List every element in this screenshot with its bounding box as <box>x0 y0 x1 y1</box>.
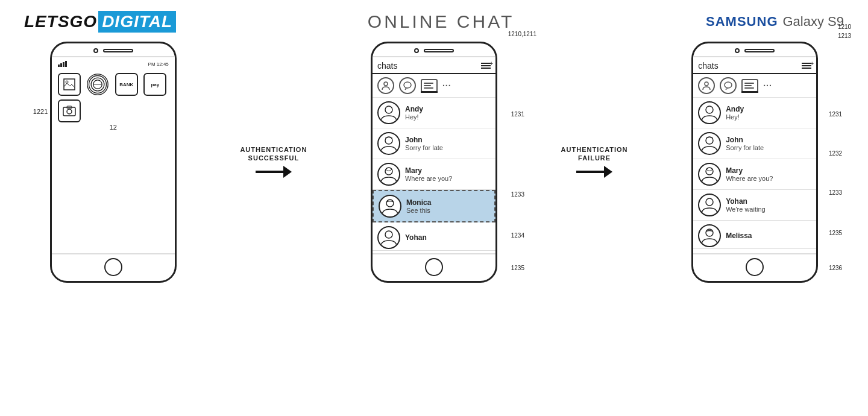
avatar3-yohan-svg <box>699 195 720 215</box>
chat-item-andy[interactable]: Andy Hey! <box>373 98 495 128</box>
svg-point-22 <box>706 198 713 206</box>
chat-header-2: chats + <box>373 57 495 74</box>
tab-list[interactable] <box>421 79 438 93</box>
chat3-preview-andy: Hey! <box>726 113 811 121</box>
active-indicator-3 <box>741 91 758 93</box>
phone2: chats + <box>371 42 497 283</box>
chat3-name-mary: Mary <box>726 166 811 175</box>
svg-point-13 <box>385 137 392 144</box>
chat-preview-john: Sorry for late <box>405 144 491 151</box>
chat-preview-andy: Hey! <box>405 113 491 121</box>
phone2-bottom <box>373 254 495 281</box>
svg-point-12 <box>385 106 392 113</box>
signal-bar-1 <box>58 65 60 67</box>
tab-list-icon <box>421 79 438 92</box>
menu-plus: + <box>489 60 493 67</box>
phone1-area: 1221 PM 12: <box>50 42 177 283</box>
pay-label: pay <box>151 82 159 87</box>
label-phone2-1234: 1234 <box>511 232 524 239</box>
chat3-info-melissa: Melissa <box>726 232 811 240</box>
chat3-bubble-svg <box>723 81 733 90</box>
phone1-screen: PM 12:45 <box>52 56 175 254</box>
chat3-item-john[interactable]: John Sorry for late <box>693 128 816 159</box>
chat3-preview-john: Sorry for late <box>726 144 811 151</box>
arrow1-section: AUTHENTICATIONSUCCESSFUL <box>240 145 307 180</box>
tab3-chat-bubble[interactable] <box>720 77 737 94</box>
avatar-andy-svg <box>379 102 399 123</box>
phone1-top <box>52 43 175 56</box>
bank-app-icon: BANK <box>115 73 138 96</box>
phone2-screen: chats + <box>373 56 495 254</box>
person-svg <box>381 81 391 90</box>
chat-list-3: Andy Hey! <box>693 98 816 253</box>
tab3-list[interactable] <box>741 79 758 93</box>
phone2-camera <box>414 48 419 53</box>
image-svg <box>63 78 75 90</box>
phone3: chats + <box>691 42 818 283</box>
avatar3-melissa-svg <box>699 225 720 246</box>
label-phone3-1236: 1236 <box>829 265 842 271</box>
chat-item-mary[interactable]: Mary Where are you? <box>373 159 495 190</box>
label-phone2-1231: 1231 <box>511 111 524 118</box>
phone3-speaker <box>744 49 775 52</box>
signal-bar-2 <box>60 63 62 67</box>
home-button-3[interactable] <box>746 258 764 276</box>
chat-item-yohan[interactable]: Yohan <box>373 222 495 251</box>
menu-bar3-3 <box>802 68 811 69</box>
menu-plus-3: + <box>810 60 814 67</box>
home-button-2[interactable] <box>425 258 443 276</box>
chat-preview-mary: Where are you? <box>405 175 491 182</box>
chat-info-yohan: Yohan <box>405 233 491 242</box>
svg-point-20 <box>706 137 713 144</box>
menu-icon-3[interactable]: + <box>802 63 811 69</box>
label-12: 12 <box>54 124 172 131</box>
chat3-info-yohan: Yohan We're waiting <box>726 197 811 213</box>
avatar-yohan-svg <box>379 227 399 248</box>
home-button[interactable] <box>104 258 122 276</box>
chat3-item-yohan[interactable]: Yohan We're waiting <box>693 190 816 221</box>
chat-name-andy: Andy <box>405 105 491 113</box>
chat3-item-andy[interactable]: Andy Hey! <box>693 98 816 128</box>
avatar-john <box>377 132 400 155</box>
arrow1-label: AUTHENTICATIONSUCCESSFUL <box>240 145 307 163</box>
chat3-info-john: John Sorry for late <box>726 136 811 151</box>
tab3-list-icon <box>741 79 758 92</box>
tab-chat-bubble[interactable] <box>399 77 416 94</box>
menu-icon-2[interactable]: + <box>481 63 491 69</box>
label-phone3-1231: 1231 <box>829 111 842 118</box>
phone3-camera <box>735 48 740 53</box>
fingerprint-svg <box>86 72 109 97</box>
label-1210-1213: 1210 1213 <box>838 22 851 40</box>
avatar3-mary <box>698 163 721 186</box>
chat-title-2: chats <box>377 61 397 71</box>
svg-point-17 <box>705 82 708 86</box>
chat-item-monica[interactable]: Monica See this <box>373 190 495 222</box>
svg-point-19 <box>706 106 713 113</box>
chat-title-3: chats <box>698 61 718 71</box>
tab-more[interactable]: ··· <box>442 81 451 90</box>
chat-item-john[interactable]: John Sorry for late <box>373 128 495 159</box>
arrow1-icon <box>256 165 292 179</box>
phone2-top <box>373 43 495 56</box>
chat-screen-2: chats + <box>373 57 495 253</box>
chat3-item-mary[interactable]: Mary Where are you? <box>693 159 816 190</box>
app-grid: BANK pay <box>54 68 172 126</box>
avatar3-john <box>698 132 721 155</box>
chat-name-monica: Monica <box>406 198 489 207</box>
label-phone3-1232: 1232 <box>829 150 842 157</box>
signal-bar-4 <box>65 61 67 67</box>
chat-list-2: Andy Hey! <box>373 98 495 253</box>
arrow2-section: AUTHENTICATIONFAILURE <box>561 145 628 180</box>
pay-app-icon: pay <box>143 73 166 96</box>
tab3-person[interactable] <box>698 77 715 94</box>
phone3-top <box>693 43 816 56</box>
chat3-item-melissa[interactable]: Melissa <box>693 221 816 249</box>
active-indicator <box>421 91 438 93</box>
tab3-more[interactable]: ··· <box>763 81 772 90</box>
lockscreen: PM 12:45 <box>52 57 175 253</box>
svg-point-18 <box>725 82 732 88</box>
tab-person-icon <box>377 77 394 94</box>
avatar-andy <box>377 101 400 124</box>
tab-line3 <box>424 87 433 89</box>
tab-person[interactable] <box>377 77 394 94</box>
